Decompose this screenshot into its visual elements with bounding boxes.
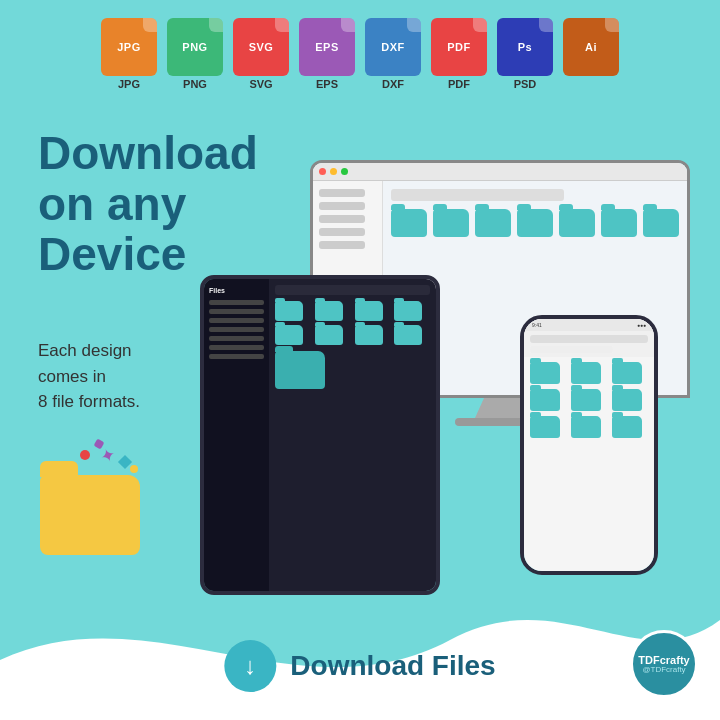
tablet-sidebar-item [209,318,264,323]
monitor-toolbar [391,189,564,201]
brand-name: TDFcrafty [638,655,689,666]
ai-icon-label: Ai [583,42,599,53]
mini-folder [643,209,679,237]
tablet-topbar [275,285,430,295]
monitor-sidebar-item [319,202,365,210]
tablet-folder [355,325,383,345]
format-psd: Ps PSD [497,18,553,90]
phone-folder [571,362,601,384]
eps-icon: EPS [299,18,355,76]
phone-folder-grid [524,357,654,443]
phone-folder [571,416,601,438]
phone-bar2 [530,346,613,353]
jpg-ext-label: JPG [118,78,140,90]
phone-bar1 [530,335,648,343]
mini-folder [433,209,469,237]
tablet-folder [275,325,303,345]
tablet-folder [394,301,422,321]
download-icon-circle[interactable]: ↓ [224,640,276,692]
tablet-sidebar-item [209,327,264,332]
psd-ext-label: PSD [514,78,537,90]
dxf-ext-label: DXF [382,78,404,90]
pdf-ext-label: PDF [448,78,470,90]
mini-folder [517,209,553,237]
tablet-sidebar-item [209,336,264,341]
phone-folder [530,389,560,411]
tablet-folder [394,325,422,345]
phone-folder [612,362,642,384]
format-pdf: PDF PDF [431,18,487,90]
phone-topbar [524,331,654,357]
monitor-sidebar-item [319,189,365,197]
psd-icon: Ps [497,18,553,76]
pdf-icon-label: PDF [445,42,473,53]
eps-icon-label: EPS [313,42,341,53]
pdf-icon: PDF [431,18,487,76]
psd-icon-label: Ps [516,42,534,53]
phone-folder [612,416,642,438]
phone-folder [571,389,601,411]
tablet-folder-large [275,351,325,389]
brand-handle: @TDFcrafty [642,666,685,674]
download-arrow-icon: ↓ [244,652,256,680]
decorative-folder: ✦ 🔷 🔸 [40,475,150,565]
tablet-screen: Files [204,279,436,591]
format-svg: SVG SVG [233,18,289,90]
monitor-sidebar-item [319,241,365,249]
phone-signal: ●●● [637,322,646,328]
format-png: PNG PNG [167,18,223,90]
mini-folder [601,209,637,237]
tablet-sidebar: Files [204,279,269,591]
download-section[interactable]: ↓ Download Files [224,640,495,692]
main-heading: Download on any Device [38,128,258,280]
jpg-icon: JPG [101,18,157,76]
mini-folder [391,209,427,237]
mini-folder [475,209,511,237]
tablet-outer: Files [200,275,440,595]
svg-icon: SVG [233,18,289,76]
heading-line3: Device [38,229,258,280]
phone-statusbar: 9:41 ●●● [524,319,654,331]
phone-folder [530,362,560,384]
monitor-dot-red [319,168,326,175]
png-ext-label: PNG [183,78,207,90]
ai-icon: Ai [563,18,619,76]
confetti-circle-yellow [130,465,138,473]
monitor-dot-green [341,168,348,175]
phone-folder [530,416,560,438]
tablet-main-area [269,279,436,591]
monitor-folders [391,209,679,237]
png-icon: PNG [167,18,223,76]
phone-screen: 9:41 ●●● [524,319,654,571]
phone-outer: 9:41 ●●● [520,315,658,575]
format-dxf: DXF DXF [365,18,421,90]
heading-line2: on any [38,179,258,230]
tablet-sidebar-item [209,354,264,359]
download-text: Download Files [290,650,495,682]
phone-device: 9:41 ●●● [520,315,660,575]
brand-badge: TDFcrafty @TDFcrafty [630,630,698,698]
monitor-sidebar-item [319,228,365,236]
tablet-device: Files [200,275,440,595]
folder-body [40,475,140,555]
tablet-folders [275,301,430,345]
eps-ext-label: EPS [316,78,338,90]
phone-folder [612,389,642,411]
confetti-circle-red [80,450,90,460]
svg-ext-label: SVG [249,78,272,90]
monitor-topbar [313,163,687,181]
format-eps: EPS EPS [299,18,355,90]
background: JPG JPG PNG PNG SVG SVG EPS EPS DXF [0,0,720,720]
subtext: Each designcomes in8 file formats. [38,338,140,415]
dxf-icon: DXF [365,18,421,76]
dxf-icon-label: DXF [379,42,407,53]
file-formats-row: JPG JPG PNG PNG SVG SVG EPS EPS DXF [101,18,619,90]
mini-folder [559,209,595,237]
heading-line1: Download [38,128,258,179]
tablet-sidebar-item [209,300,264,305]
monitor-sidebar-item [319,215,365,223]
format-jpg: JPG JPG [101,18,157,90]
tablet-folder [275,301,303,321]
png-icon-label: PNG [180,42,209,53]
phone-time: 9:41 [532,322,542,328]
